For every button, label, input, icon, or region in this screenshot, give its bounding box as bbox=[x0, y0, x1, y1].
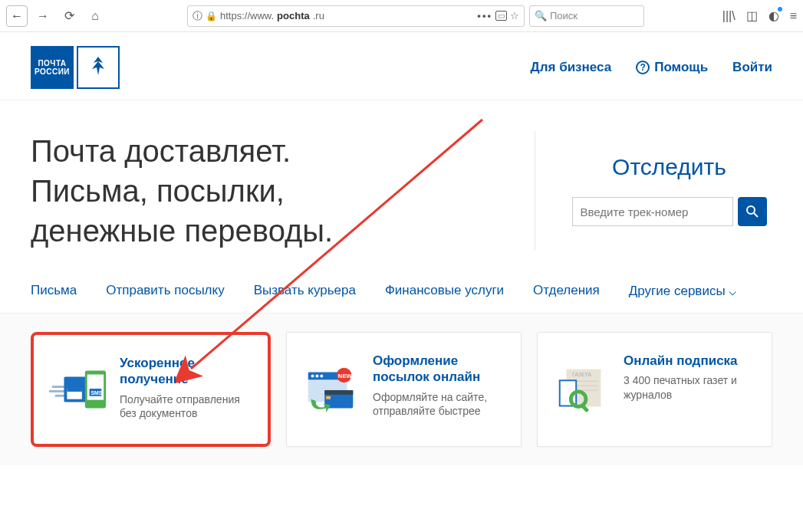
forward-button[interactable]: → bbox=[32, 5, 54, 27]
svg-rect-20 bbox=[326, 396, 331, 399]
reload-button[interactable]: ⟳ bbox=[58, 5, 80, 27]
back-button[interactable]: ← bbox=[6, 5, 28, 27]
url-suffix: .ru bbox=[313, 10, 324, 21]
tab-finance[interactable]: Финансовые услуги bbox=[385, 283, 504, 299]
svg-point-16 bbox=[316, 374, 319, 377]
hero-section: Почта доставляет. Письма, посылки, денеж… bbox=[0, 100, 803, 274]
logo-eagle-icon bbox=[77, 46, 120, 89]
track-title: Отследить bbox=[612, 154, 726, 180]
tab-courier[interactable]: Вызвать курьера bbox=[254, 283, 356, 299]
svg-text:NEW: NEW bbox=[338, 373, 353, 379]
hero-line1: Почта доставляет. bbox=[31, 134, 291, 168]
card-title: Оформление посылок онлайн bbox=[373, 353, 507, 386]
card-desc: 3 400 печатных газет и журналов bbox=[624, 373, 758, 402]
reader-icon[interactable]: ▭ bbox=[495, 11, 507, 21]
hero-left: Почта доставляет. Письма, посылки, денеж… bbox=[31, 131, 535, 251]
link-login[interactable]: Войти bbox=[732, 60, 772, 75]
svg-point-15 bbox=[311, 374, 314, 377]
card-title: Онлайн подписка bbox=[624, 353, 758, 369]
service-tabs: Письма Отправить посылку Вызвать курьера… bbox=[0, 274, 803, 314]
page-actions-icon[interactable]: ••• bbox=[477, 10, 492, 21]
card-fast-icon: SMS bbox=[48, 355, 109, 424]
menu-icon[interactable]: ≡ bbox=[790, 9, 797, 23]
help-icon: ? bbox=[636, 61, 650, 74]
info-icon: ⓘ bbox=[193, 9, 202, 23]
browser-search[interactable]: 🔍 Поиск bbox=[529, 5, 644, 27]
url-domain: pochta bbox=[277, 10, 310, 21]
svg-text:ГАЗЕТА: ГАЗЕТА bbox=[572, 372, 591, 377]
card-fast-receive[interactable]: SMS Ускоренное получение Получайте отпра… bbox=[31, 332, 271, 447]
browser-right-icons: |||\ ◫ ◐ ≡ bbox=[722, 8, 797, 23]
search-icon: 🔍 bbox=[535, 10, 547, 21]
svg-rect-8 bbox=[67, 389, 82, 392]
svg-rect-3 bbox=[52, 386, 66, 388]
svg-rect-19 bbox=[324, 390, 353, 395]
hero-line3: денежные переводы. bbox=[31, 214, 333, 248]
link-business[interactable]: Для бизнеса bbox=[531, 60, 612, 75]
card-desc: Оформляйте на сайте, отправляйте быстрее bbox=[373, 390, 507, 419]
sidebar-icon[interactable]: ◫ bbox=[746, 8, 758, 23]
browser-toolbar: ← → ⟳ ⌂ ⓘ 🔒 https://www.pochta.ru ••• ▭ … bbox=[0, 0, 803, 32]
url-prefix: https://www. bbox=[220, 10, 274, 21]
link-help[interactable]: ? Помощь bbox=[636, 60, 708, 75]
card-title: Ускоренное получение bbox=[120, 355, 254, 388]
svg-point-0 bbox=[747, 206, 755, 214]
bookmark-icon[interactable]: ☆ bbox=[510, 10, 519, 21]
account-icon[interactable]: ◐ bbox=[768, 8, 779, 23]
hero-track: Отследить bbox=[535, 131, 772, 251]
header-links: Для бизнеса ? Помощь Войти bbox=[531, 60, 772, 75]
svg-rect-4 bbox=[49, 390, 65, 392]
tab-other[interactable]: Другие сервисы ⌵ bbox=[629, 283, 737, 299]
search-icon bbox=[745, 205, 759, 218]
logo[interactable]: ПОЧТАРОССИИ bbox=[31, 46, 120, 89]
hero-heading: Почта доставляет. Письма, посылки, денеж… bbox=[31, 131, 535, 251]
card-desc: Получайте отправления без документов bbox=[120, 392, 254, 422]
lock-icon: 🔒 bbox=[206, 11, 217, 21]
svg-point-17 bbox=[320, 374, 323, 377]
help-label: Помощь bbox=[654, 60, 708, 75]
url-bar[interactable]: ⓘ 🔒 https://www.pochta.ru ••• ▭ ☆ bbox=[187, 5, 525, 27]
site-header: ПОЧТАРОССИИ Для бизнеса ? Помощь Войти bbox=[0, 32, 803, 100]
track-search-button[interactable] bbox=[738, 197, 767, 226]
cards-row: SMS Ускоренное получение Получайте отпра… bbox=[0, 314, 803, 465]
home-button[interactable]: ⌂ bbox=[84, 5, 106, 27]
svg-line-1 bbox=[754, 213, 758, 217]
svg-rect-5 bbox=[55, 395, 66, 397]
card-subscription[interactable]: ГАЗЕТА Онлайн подписка 3 400 печатных га… bbox=[537, 332, 772, 447]
card-sub-icon: ГАЗЕТА bbox=[551, 353, 613, 426]
svg-text:SMS: SMS bbox=[91, 390, 103, 396]
card-online-parcel[interactable]: NEW Оформление посылок онлайн Оформляйте… bbox=[286, 332, 522, 447]
library-icon[interactable]: |||\ bbox=[722, 9, 736, 23]
tab-send-parcel[interactable]: Отправить посылку bbox=[106, 283, 224, 299]
tab-letters[interactable]: Письма bbox=[31, 283, 77, 299]
tab-branches[interactable]: Отделения bbox=[533, 283, 600, 299]
hero-line2: Письма, посылки, bbox=[31, 174, 285, 208]
card-online-icon: NEW bbox=[301, 353, 362, 426]
search-placeholder: Поиск bbox=[550, 10, 578, 21]
logo-text: ПОЧТАРОССИИ bbox=[31, 46, 74, 89]
track-input[interactable] bbox=[572, 197, 733, 226]
